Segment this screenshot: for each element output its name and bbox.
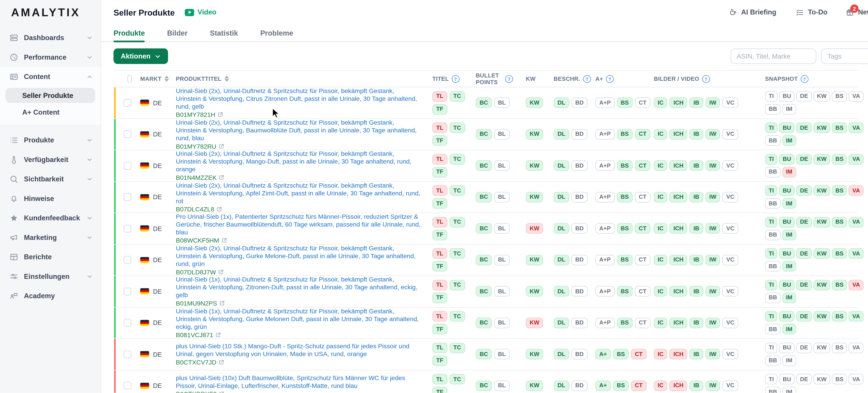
help-icon[interactable]: ? <box>606 75 614 83</box>
marketplace-code: DE <box>153 131 162 138</box>
badge-dl: DL <box>554 192 569 203</box>
sidebar-item-kundenfeedback[interactable]: Kundenfeedback <box>0 208 101 228</box>
product-title-link[interactable]: Urinal-Sieb (1x), Urinal-Duftnetz & Spri… <box>176 276 421 299</box>
marketplace-cell: DE <box>132 225 167 232</box>
product-title-link[interactable]: Pro Urinal-Sieb (1x), Patentierter Sprit… <box>176 213 421 236</box>
titel-badges: TLTCTF <box>430 311 473 334</box>
sidebar-item-berichte[interactable]: Berichte <box>0 247 101 267</box>
help-icon[interactable]: ? <box>702 75 710 83</box>
product-title-link[interactable]: Urinal-Sieb (2x), Urinal-Duftnetz & Spri… <box>176 119 421 142</box>
badge-bs: BS <box>617 97 632 108</box>
video-link[interactable]: Video <box>185 8 216 16</box>
column-header-produkttitel[interactable]: PRODUKTTITEL <box>167 75 430 82</box>
sidebar-item-produkte[interactable]: Produkte <box>0 130 101 150</box>
product-title-link[interactable]: plus Urinal-Sieb (10 Stk.) Mango-Duft - … <box>176 343 421 359</box>
sidebar-item-einstellungen[interactable]: Einstellungen <box>0 267 101 286</box>
row-checkbox[interactable] <box>124 193 131 201</box>
badge-iw: IW <box>705 286 720 297</box>
asin-link[interactable]: B0CTXBRXF2 <box>176 390 217 393</box>
table-row: DEUrinal-Sieb (2x), Urinal-Duftnetz & Sp… <box>114 245 858 276</box>
badge-a-p: A+P <box>595 286 615 297</box>
row-checkbox[interactable] <box>124 288 131 295</box>
product-title-link[interactable]: Urinal-Sieb (1x), Urinal-Duftnetz & Spri… <box>176 307 421 331</box>
help-icon[interactable]: ? <box>505 75 513 83</box>
badge-vc: VC <box>722 286 738 297</box>
sidebar-nav: DashboardsPerformanceContentSeller Produ… <box>0 25 101 306</box>
topbar-action-ai-briefing[interactable]: AI Briefing <box>729 0 776 25</box>
product-title-link[interactable]: Urinal-Sieb (2x), Urinal-Duftnetz & Spri… <box>176 182 421 205</box>
product-title-link[interactable]: plus Urinal-Sieb (10x) Duft Baumwollblüt… <box>176 374 421 390</box>
asin-link[interactable]: B07DLD8J7W <box>176 269 216 275</box>
product-title-link[interactable]: Urinal-Sieb (2x), Urinal-Duftnetz & Spri… <box>176 150 421 174</box>
sidebar-item-content[interactable]: Content <box>0 67 101 86</box>
tab-statistik[interactable]: Statistik <box>210 25 238 41</box>
asin-link[interactable]: B01MY7821H <box>176 111 215 118</box>
badge-tc: TC <box>450 248 465 259</box>
sidebar-item-marketing[interactable]: Marketing <box>0 228 101 247</box>
help-icon[interactable]: ? <box>583 75 591 83</box>
badge-bu: BU <box>779 123 795 133</box>
badge-bu: BU <box>779 374 795 385</box>
sidebar-item-seller-produkte[interactable]: Seller Produkte <box>6 88 95 103</box>
badge-bs: BS <box>832 311 847 322</box>
help-icon[interactable]: ? <box>452 75 459 83</box>
tab-probleme[interactable]: Probleme <box>260 25 293 41</box>
help-icon[interactable]: ? <box>801 75 808 83</box>
sidebar-item-dashboards[interactable]: Dashboards <box>0 28 101 48</box>
sidebar-item-verf-gbarkeit[interactable]: Verfügbarkeit <box>0 150 101 169</box>
badge-ic: IC <box>654 129 668 140</box>
toolbar: Aktionen <box>101 42 868 70</box>
sort-icon[interactable] <box>224 75 229 82</box>
product-title-link[interactable]: Urinal-Sieb (2x), Urinal-Duftnetz & Spri… <box>176 245 421 268</box>
row-checkbox[interactable] <box>124 99 131 107</box>
product-title-link[interactable]: Urinal-Sieb (2x), Urinal-Duftnetz & Spri… <box>176 87 421 111</box>
search-input[interactable] <box>731 49 816 64</box>
badge-tl: TL <box>432 311 447 322</box>
row-checkbox[interactable] <box>124 319 131 327</box>
asin-link[interactable]: B081VCJ871 <box>176 331 213 338</box>
bullet-points-badges: BCBL <box>473 223 523 234</box>
topbar-action-news[interactable]: 2News <box>846 0 868 25</box>
select-all-checkbox[interactable] <box>127 75 132 83</box>
topbar-action-to-do[interactable]: To-Do <box>796 0 828 25</box>
badge-bu: BU <box>779 154 795 165</box>
video-link-label: Video <box>198 8 217 16</box>
asin-link[interactable]: B01N4MZZEK <box>176 174 217 181</box>
badge-vc: VC <box>722 97 738 108</box>
row-checkbox[interactable] <box>124 350 131 358</box>
badge-bc: BC <box>476 97 492 108</box>
sidebar-item-hinweise[interactable]: Hinweise <box>0 189 101 208</box>
row-checkbox[interactable] <box>124 130 131 138</box>
tab-label: Bilder <box>167 29 188 37</box>
badge-bd: BD <box>571 223 588 234</box>
external-link-icon <box>221 238 227 243</box>
sidebar-item-sichtbarkeit[interactable]: Sichtbarkeit <box>0 169 101 189</box>
external-link-icon <box>215 332 221 338</box>
asin-link[interactable]: B0CTXCV7JD <box>176 359 216 366</box>
badge-ich: ICH <box>670 318 687 328</box>
tab-produkte[interactable]: Produkte <box>114 25 145 41</box>
asin-link[interactable]: B01MY782RU <box>176 143 216 150</box>
actions-button[interactable]: Aktionen <box>114 49 168 64</box>
badge-bs: BS <box>832 123 847 133</box>
badge-tl: TL <box>432 342 447 353</box>
asin-link[interactable]: B08WCKF5HM <box>176 237 219 244</box>
sidebar-item-performance[interactable]: Performance <box>0 48 101 67</box>
asin-link[interactable]: B07DLC4ZL8 <box>176 206 214 212</box>
tags-input[interactable] <box>821 49 868 64</box>
sidebar-item-a-content[interactable]: A+ Content <box>6 104 95 120</box>
row-checkbox[interactable] <box>124 382 131 390</box>
flag-de-icon <box>140 351 149 357</box>
sidebar-item-academy[interactable]: Academy <box>0 286 101 306</box>
row-checkbox[interactable] <box>124 256 131 264</box>
row-checkbox[interactable] <box>124 162 131 170</box>
badge-ic: IC <box>654 380 668 391</box>
asin-link[interactable]: B01MU9N2PS <box>176 300 217 307</box>
badge-ich: ICH <box>670 286 687 297</box>
flag-de-icon <box>140 320 149 326</box>
row-checkbox[interactable] <box>124 224 131 232</box>
badge-ib: IB <box>689 349 703 360</box>
badge-ib: IB <box>689 223 703 234</box>
tab-bilder[interactable]: Bilder <box>167 25 188 41</box>
column-header-markt[interactable]: MARKT <box>132 75 167 82</box>
